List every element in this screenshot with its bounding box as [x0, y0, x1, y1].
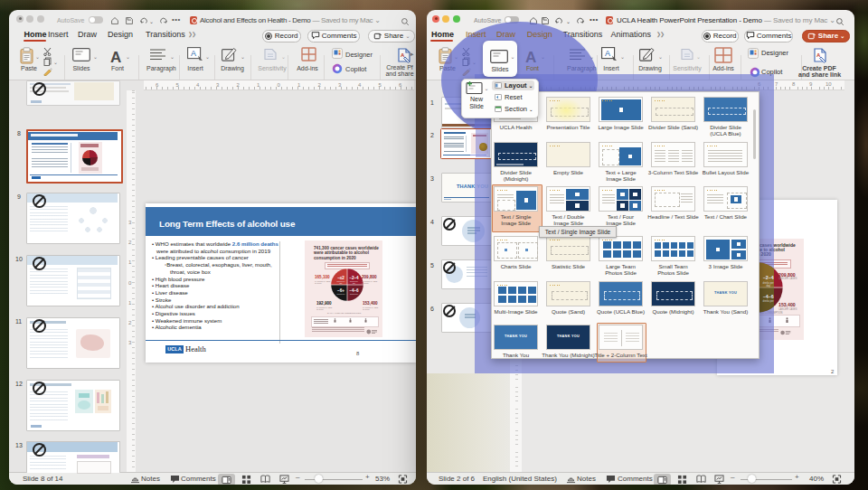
- svg-text:~4–6: ~4–6: [763, 294, 774, 299]
- svg-text:drinks per: drinks per: [350, 293, 358, 295]
- svg-text:day: day: [340, 282, 343, 284]
- svg-text:day: day: [766, 284, 770, 287]
- svg-text:drinks per: drinks per: [337, 293, 345, 295]
- svg-text:A: A: [191, 49, 196, 58]
- svg-text:~2–4: ~2–4: [763, 275, 774, 280]
- svg-text:A: A: [605, 49, 610, 58]
- svg-text:drinks per: drinks per: [763, 299, 774, 303]
- svg-text:day: day: [353, 282, 355, 284]
